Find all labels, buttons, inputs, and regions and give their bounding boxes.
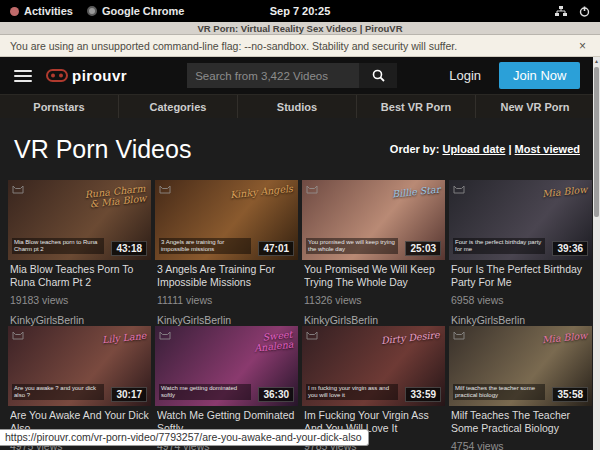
thumbnail-caption: You promised we will keep trying the who… <box>306 238 398 254</box>
app-menu-label: Google Chrome <box>102 5 185 17</box>
nav-categories[interactable]: Categories <box>118 95 237 118</box>
video-thumbnail[interactable]: Lily Lane Are you awake ? and your dick … <box>8 326 151 406</box>
studio-link[interactable]: KinkyGirlsBerlin <box>157 314 296 326</box>
system-top-bar: Activities Google Chrome Sep 7 20:25 <box>0 0 600 22</box>
duration-badge: 25:03 <box>405 241 441 256</box>
studio-link[interactable]: KinkyGirlsBerlin <box>304 314 443 326</box>
nav-best-vr-porn[interactable]: Best VR Porn <box>356 95 475 118</box>
video-title[interactable]: 3 Angels Are Training For Impossible Mis… <box>157 263 296 288</box>
infobar-close-icon[interactable]: × <box>575 39 590 53</box>
studio-cat-logo-icon <box>453 330 465 340</box>
video-title[interactable]: Four Is The Perfect Birthday Party For M… <box>451 263 590 288</box>
nav-studios[interactable]: Studios <box>237 95 356 118</box>
scroll-up-arrow-icon[interactable]: ▲ <box>593 57 600 65</box>
thumbnail-overlay-text: Dirty Desire <box>381 330 440 346</box>
page-title: VR Porn Videos <box>14 135 191 164</box>
studio-cat-logo-icon <box>12 330 24 340</box>
thumbnail-caption: Milf teaches the teacher some practical … <box>453 384 545 400</box>
site-logo[interactable]: pirouvr <box>46 67 127 84</box>
order-by-most-viewed[interactable]: Most viewed <box>515 143 580 155</box>
video-card: Mia Blow Four is the perfect birthday pa… <box>449 180 592 326</box>
video-title[interactable]: Milf Teaches The Teacher Some Practical … <box>451 409 590 434</box>
video-thumbnail[interactable]: Sweet Analena Watch me getting dominated… <box>155 326 298 406</box>
studio-cat-logo-icon <box>306 330 318 340</box>
thumbnail-overlay-text: Mia Blow <box>541 331 587 346</box>
thumbnail-caption: Four is the perfect birthday party for m… <box>453 238 545 254</box>
power-icon[interactable] <box>579 6 590 17</box>
page-heading-row: VR Porn Videos Order by: Upload date | M… <box>0 118 594 180</box>
thumbnail-overlay-text: Mia Blow <box>541 185 587 200</box>
notification-dot-icon <box>10 7 19 16</box>
studio-cat-logo-icon <box>12 184 24 194</box>
video-views: 4754 views <box>451 440 590 450</box>
studio-link[interactable]: KinkyGirlsBerlin <box>451 314 590 326</box>
thumbnail-overlay-text: Runa Charm & Mia Blow <box>79 184 147 211</box>
browser-title-bar: VR Porn: Virtual Reality Sex Videos | Pi… <box>0 22 600 35</box>
duration-badge: 43:18 <box>111 241 147 256</box>
studio-cat-logo-icon <box>159 184 171 194</box>
video-views: 6958 views <box>451 294 590 306</box>
duration-badge: 36:30 <box>258 387 294 402</box>
video-title[interactable]: Mia Blow Teaches Porn To Runa Charm Pt 2 <box>10 263 149 288</box>
thumbnail-caption: 3 Angels are training for impossible mis… <box>159 238 251 254</box>
video-card: Runa Charm & Mia Blow Mia Blow teaches p… <box>8 180 151 326</box>
video-thumbnail[interactable]: Dirty Desire I m fucking your virgin ass… <box>302 326 445 406</box>
nav-pornstars[interactable]: Pornstars <box>0 95 118 118</box>
search-bar <box>187 63 397 88</box>
status-url-bubble: https://pirouvr.com/vr-porn-video/779325… <box>0 429 369 446</box>
thumbnail-caption: Watch me getting dominated softly <box>159 384 251 400</box>
video-thumbnail[interactable]: Runa Charm & Mia Blow Mia Blow teaches p… <box>8 180 151 260</box>
page-scrollbar[interactable]: ▲ <box>593 57 600 450</box>
video-grid: Runa Charm & Mia Blow Mia Blow teaches p… <box>8 180 592 450</box>
duration-badge: 35:58 <box>552 387 588 402</box>
thumbnail-caption: I m fucking your virgin ass and you will… <box>306 384 398 400</box>
menu-icon[interactable] <box>14 67 32 85</box>
network-icon[interactable] <box>555 6 567 17</box>
thumbnail-overlay-text: Lily Lane <box>101 331 146 346</box>
main-nav: Pornstars Categories Studios Best VR Por… <box>0 94 594 118</box>
video-thumbnail[interactable]: Kinky Angels 3 Angels are training for i… <box>155 180 298 260</box>
studio-cat-logo-icon <box>159 330 171 340</box>
duration-badge: 39:36 <box>552 241 588 256</box>
chrome-icon <box>87 6 97 16</box>
thumbnail-overlay-text: Billie Star <box>391 185 440 200</box>
search-button[interactable] <box>359 63 397 88</box>
join-now-button[interactable]: Join Now <box>499 62 580 89</box>
logo-text: pirouvr <box>72 67 127 84</box>
tab-title: VR Porn: Virtual Reality Sex Videos | Pi… <box>197 23 402 34</box>
chrome-infobar: You are using an unsupported command-lin… <box>0 35 600 57</box>
video-title[interactable]: You Promised We Will Keep Trying The Who… <box>304 263 443 288</box>
duration-badge: 47:01 <box>258 241 294 256</box>
studio-cat-logo-icon <box>306 184 318 194</box>
login-link[interactable]: Login <box>449 68 481 83</box>
video-views: 11111 views <box>157 294 296 306</box>
thumbnail-overlay-text: Kinky Angels <box>230 184 294 201</box>
video-thumbnail[interactable]: Billie Star You promised we will keep tr… <box>302 180 445 260</box>
duration-badge: 30:17 <box>111 387 147 402</box>
thumbnail-overlay-text: Sweet Analena <box>226 330 294 357</box>
thumbnail-caption: Are you awake ? and your dick also ? <box>12 384 104 400</box>
order-by-label: Order by: <box>390 143 440 155</box>
search-input[interactable] <box>187 63 359 88</box>
studio-cat-logo-icon <box>453 184 465 194</box>
video-card: Kinky Angels 3 Angels are training for i… <box>155 180 298 326</box>
scrollbar-thumb[interactable] <box>594 67 599 217</box>
vr-goggles-icon <box>46 69 68 82</box>
video-views: 11326 views <box>304 294 443 306</box>
app-menu-button[interactable]: Google Chrome <box>87 5 185 17</box>
order-by: Order by: Upload date | Most viewed <box>390 143 580 155</box>
duration-badge: 33:59 <box>405 387 441 402</box>
infobar-message: You are using an unsupported command-lin… <box>10 40 575 52</box>
nav-new-vr-porn[interactable]: New VR Porn <box>475 95 594 118</box>
video-thumbnail[interactable]: Mia Blow Four is the perfect birthday pa… <box>449 180 592 260</box>
video-card: Mia Blow Milf teaches the teacher some p… <box>449 326 592 450</box>
site-header: pirouvr Login Join Now <box>0 57 600 94</box>
studio-link[interactable]: KinkyGirlsBerlin <box>10 314 149 326</box>
video-thumbnail[interactable]: Mia Blow Milf teaches the teacher some p… <box>449 326 592 406</box>
activities-button[interactable]: Activities <box>10 5 73 17</box>
video-card: Billie Star You promised we will keep tr… <box>302 180 445 326</box>
thumbnail-caption: Mia Blow teaches porn to Runa Charm pt 2 <box>12 238 104 254</box>
search-icon <box>372 69 385 82</box>
video-views: 19183 views <box>10 294 149 306</box>
order-by-upload-date[interactable]: Upload date <box>442 143 505 155</box>
